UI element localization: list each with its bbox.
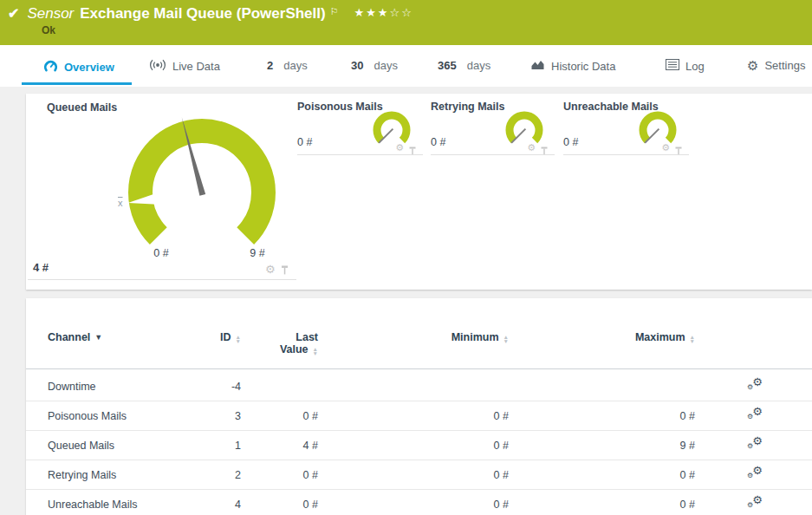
- table-header-row: Channel▼ ID▲▼ LastValue▲▼ Minimum▲▼ Maxi…: [26, 324, 812, 355]
- log-list-icon: [666, 59, 679, 73]
- channel-last-value: 0 #: [241, 469, 318, 481]
- table-rows: Downtime -4 ⚙⚙ Poisonous Mails 3 0 # 0 #…: [26, 372, 812, 515]
- channel-last-value: 0 #: [241, 410, 318, 422]
- mini-gauge-value: 0 #: [563, 136, 578, 148]
- channels-table-panel: Channel▼ ID▲▼ LastValue▲▼ Minimum▲▼ Maxi…: [26, 298, 812, 515]
- channel-name-link[interactable]: Retrying Mails: [48, 469, 204, 481]
- channel-minimum: 0 #: [318, 469, 509, 481]
- channel-settings-icon[interactable]: ⚙⚙: [747, 496, 763, 511]
- tab-label: days: [374, 59, 397, 72]
- column-header-last-value[interactable]: LastValue▲▼: [241, 324, 318, 355]
- average-marker-label: x: [118, 198, 123, 208]
- mini-gauge-value: 0 #: [297, 136, 312, 148]
- tab-label: days: [467, 59, 490, 72]
- tab-settings[interactable]: ⚙ Settings: [747, 59, 805, 72]
- gear-icon: ⚙: [747, 59, 758, 72]
- gauge-icon: [43, 59, 58, 75]
- flag-icon[interactable]: ⚐: [330, 5, 339, 17]
- mini-gauge-poisonous-mails: Poisonous Mails 0 # ⚙: [297, 94, 423, 155]
- tab-label: Overview: [64, 61, 114, 74]
- tab-log[interactable]: Log: [666, 59, 705, 73]
- pin-icon[interactable]: [281, 264, 289, 279]
- table-row-downtime: Downtime -4 ⚙⚙: [26, 372, 812, 401]
- column-label: Last: [296, 331, 318, 343]
- stars-filled: ★★★: [354, 6, 390, 19]
- pin-icon[interactable]: [409, 143, 416, 159]
- gauge-settings-gear-icon[interactable]: ⚙: [265, 264, 276, 275]
- tab-number: 2: [267, 59, 273, 72]
- table-row-queued-mails: Queued Mails 1 4 # 0 # 9 # ⚙⚙: [26, 431, 812, 460]
- tab-historic-data[interactable]: Historic Data: [530, 59, 615, 73]
- channel-id: 4: [204, 499, 241, 511]
- tab-number: 30: [351, 59, 363, 72]
- channel-settings-icon[interactable]: ⚙⚙: [747, 378, 763, 393]
- tab-label: days: [283, 59, 307, 72]
- channel-name-link[interactable]: Downtime: [48, 381, 204, 393]
- mini-gauge-title: Retrying Mails: [431, 101, 504, 113]
- column-header-maximum[interactable]: Maximum▲▼: [509, 324, 695, 355]
- channel-name-link[interactable]: Poisonous Mails: [48, 410, 204, 422]
- column-label: ID: [220, 331, 231, 343]
- column-label: Maximum: [635, 331, 685, 343]
- channel-minimum: 0 #: [318, 499, 509, 511]
- channel-name-link[interactable]: Queued Mails: [48, 440, 204, 452]
- channel-settings-icon[interactable]: ⚙⚙: [747, 466, 763, 481]
- sort-desc-icon: ▼: [94, 333, 102, 342]
- pin-icon[interactable]: [675, 143, 682, 159]
- area-chart-icon: [530, 59, 545, 73]
- channel-maximum: 0 #: [509, 469, 695, 481]
- channel-settings-icon[interactable]: ⚙⚙: [747, 437, 763, 452]
- page-title: Exchange Mail Queue (PowerShell): [80, 4, 325, 23]
- column-header-minimum[interactable]: Minimum▲▼: [318, 324, 509, 355]
- table-row-retrying-mails: Retrying Mails 2 0 # 0 # 0 # ⚙⚙: [26, 460, 812, 490]
- channel-id: -4: [204, 381, 241, 393]
- tab-365-days[interactable]: 365days: [438, 59, 490, 72]
- channel-settings-icon[interactable]: ⚙⚙: [747, 407, 763, 422]
- channel-last-value: 4 #: [241, 440, 318, 452]
- live-data-icon: [149, 59, 166, 74]
- channel-minimum: 0 #: [318, 410, 509, 422]
- channel-id: 3: [204, 410, 241, 422]
- mini-gauge-retrying-mails: Retrying Mails 0 # ⚙: [431, 94, 555, 155]
- channel-maximum: 0 #: [509, 499, 695, 511]
- gauge-block-divider: [28, 279, 296, 280]
- gauge-min-label: 0 #: [135, 247, 187, 259]
- tab-label: Live Data: [172, 60, 220, 73]
- table-row-unreachable-mails: Unreachable Mails 4 0 # 0 # 0 # ⚙⚙: [26, 490, 812, 515]
- object-kind-label: Sensor: [27, 4, 74, 23]
- priority-stars[interactable]: ★★★☆☆: [354, 6, 413, 19]
- tab-label: Historic Data: [551, 60, 615, 73]
- pin-icon[interactable]: [541, 143, 548, 159]
- channel-maximum: 0 #: [509, 410, 695, 422]
- channel-last-value: 0 #: [241, 499, 318, 511]
- active-tab-underline: [22, 82, 132, 85]
- tab-number: 365: [438, 59, 457, 72]
- gauge-title-queued-mails: Queued Mails: [47, 101, 117, 114]
- sensor-header: ✔ Sensor Exchange Mail Queue (PowerShell…: [0, 0, 812, 45]
- column-label: Value: [280, 343, 309, 355]
- tab-bar: Overview Live Data 2days 30days 365days …: [0, 45, 812, 87]
- tab-30-days[interactable]: 30days: [351, 59, 398, 72]
- gauge-settings-gear-icon[interactable]: ⚙: [395, 143, 404, 153]
- status-ok-check-icon: ✔: [8, 4, 19, 23]
- channel-minimum: 0 #: [318, 440, 509, 452]
- column-label: Minimum: [451, 331, 499, 343]
- tab-live-data[interactable]: Live Data: [149, 59, 220, 74]
- gauges-panel: Queued Mails x 0 # 9 # 4 # ⚙ Poisonous M…: [26, 94, 812, 290]
- table-header-divider: [26, 368, 812, 369]
- tab-label: Settings: [764, 59, 805, 72]
- column-label: Channel: [48, 331, 90, 343]
- tab-overview[interactable]: Overview: [43, 59, 114, 75]
- channel-name-link[interactable]: Unreachable Mails: [48, 499, 204, 511]
- mini-gauge-unreachable-mails: Unreachable Mails 0 # ⚙: [563, 94, 689, 155]
- gauge-current-value: 4 #: [33, 261, 49, 274]
- tab-label: Log: [685, 60, 705, 73]
- mini-gauge-value: 0 #: [431, 136, 445, 148]
- status-badge: Ok: [42, 24, 55, 36]
- table-row-poisonous-mails: Poisonous Mails 3 0 # 0 # 0 # ⚙⚙: [26, 401, 812, 431]
- column-header-channel[interactable]: Channel▼: [48, 324, 204, 355]
- gauge-settings-gear-icon[interactable]: ⚙: [527, 143, 536, 153]
- tab-2-days[interactable]: 2days: [267, 59, 308, 72]
- column-header-id[interactable]: ID▲▼: [204, 324, 241, 355]
- gauge-settings-gear-icon[interactable]: ⚙: [661, 143, 670, 153]
